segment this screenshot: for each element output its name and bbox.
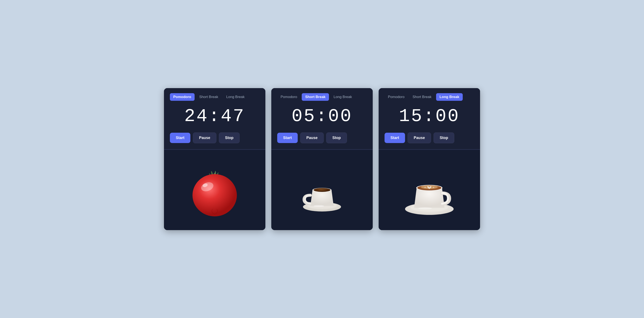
tab-pomodoro-0[interactable]: Pomodoro bbox=[170, 93, 194, 101]
start-button-1[interactable]: Start bbox=[277, 133, 298, 143]
svg-point-12 bbox=[314, 188, 330, 192]
pause-button-1[interactable]: Pause bbox=[300, 132, 324, 143]
tab-short-break-2[interactable]: Short Break bbox=[409, 93, 435, 101]
tab-short-break-0[interactable]: Short Break bbox=[196, 93, 222, 101]
stop-button-1[interactable]: Stop bbox=[326, 132, 347, 143]
card-illustration-0 bbox=[164, 150, 266, 230]
tab-short-break-1[interactable]: Short Break bbox=[302, 93, 329, 101]
pause-button-0[interactable]: Pause bbox=[193, 132, 216, 143]
svg-point-20 bbox=[433, 187, 434, 188]
long-break-card: PomodoroShort BreakLong Break15:00StartP… bbox=[378, 88, 480, 230]
tab-row-0: PomodoroShort BreakLong Break bbox=[170, 93, 260, 101]
svg-point-21 bbox=[418, 207, 432, 210]
tab-pomodoro-1[interactable]: Pomodoro bbox=[277, 93, 300, 101]
timer-display-1: 05:00 bbox=[277, 106, 367, 126]
controls-2: StartPauseStop bbox=[384, 132, 474, 143]
start-button-0[interactable]: Start bbox=[170, 133, 190, 143]
card-top-0: PomodoroShort BreakLong Break24:47StartP… bbox=[164, 88, 266, 149]
tab-pomodoro-2[interactable]: Pomodoro bbox=[384, 93, 408, 101]
controls-0: StartPauseStop bbox=[170, 132, 260, 143]
card-top-1: PomodoroShort BreakLong Break05:00StartP… bbox=[271, 88, 373, 149]
tab-row-1: PomodoroShort BreakLong Break bbox=[277, 93, 367, 101]
card-top-2: PomodoroShort BreakLong Break15:00StartP… bbox=[378, 88, 480, 149]
start-button-2[interactable]: Start bbox=[384, 133, 405, 143]
controls-1: StartPauseStop bbox=[277, 132, 367, 143]
short-break-card: PomodoroShort BreakLong Break05:00StartP… bbox=[271, 88, 373, 230]
tab-long-break-0[interactable]: Long Break bbox=[223, 93, 248, 101]
timer-display-2: 15:00 bbox=[384, 106, 474, 126]
card-illustration-2 bbox=[378, 150, 480, 230]
stop-button-0[interactable]: Stop bbox=[219, 132, 240, 143]
svg-point-13 bbox=[314, 205, 324, 207]
pause-button-2[interactable]: Pause bbox=[408, 132, 431, 143]
tab-long-break-2[interactable]: Long Break bbox=[436, 93, 463, 101]
svg-point-6 bbox=[192, 174, 237, 216]
tab-row-2: PomodoroShort BreakLong Break bbox=[384, 93, 474, 101]
svg-point-19 bbox=[424, 187, 426, 188]
stop-button-2[interactable]: Stop bbox=[434, 132, 454, 143]
pomodoro-card: PomodoroShort BreakLong Break24:47StartP… bbox=[164, 88, 266, 230]
cards-container: PomodoroShort BreakLong Break24:47StartP… bbox=[164, 88, 480, 230]
timer-display-0: 24:47 bbox=[170, 106, 260, 126]
card-illustration-1 bbox=[271, 150, 373, 230]
tab-long-break-1[interactable]: Long Break bbox=[330, 93, 356, 101]
